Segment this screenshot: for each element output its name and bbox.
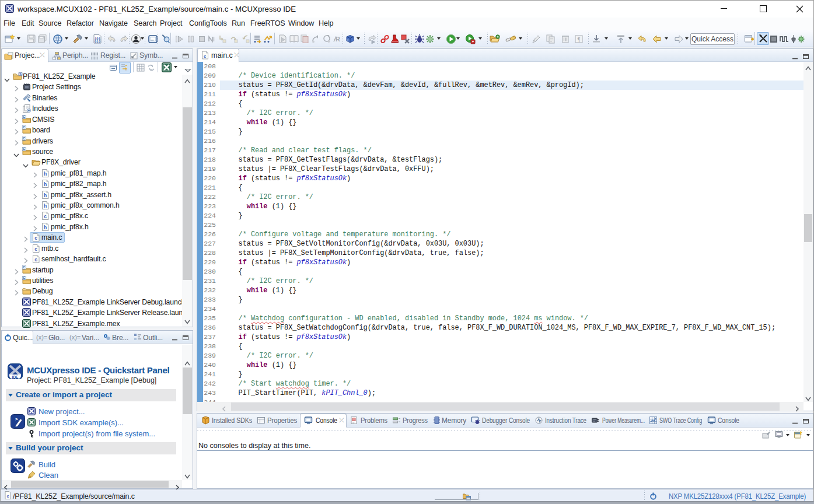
- svg-text:c: c: [204, 54, 207, 59]
- svg-text:h: h: [44, 225, 47, 230]
- svg-text:h: h: [44, 203, 47, 209]
- svg-text:IDE: IDE: [12, 375, 19, 379]
- svg-text:C: C: [23, 115, 25, 118]
- svg-text:c: c: [34, 257, 37, 262]
- svg-text:c: c: [6, 494, 9, 499]
- svg-text:h: h: [44, 181, 47, 187]
- svg-text:C: C: [23, 265, 25, 269]
- svg-text:C: C: [23, 136, 25, 140]
- svg-text:010: 010: [95, 40, 100, 44]
- svg-text:h: h: [44, 171, 47, 177]
- svg-text:C: C: [23, 276, 25, 279]
- svg-text:¶: ¶: [578, 36, 581, 43]
- svg-text:C: C: [23, 147, 25, 150]
- svg-text:h: h: [44, 192, 47, 198]
- svg-text:c: c: [34, 246, 37, 252]
- svg-text:c: c: [44, 214, 47, 220]
- svg-text:C: C: [23, 125, 25, 129]
- svg-text:c: c: [34, 236, 37, 242]
